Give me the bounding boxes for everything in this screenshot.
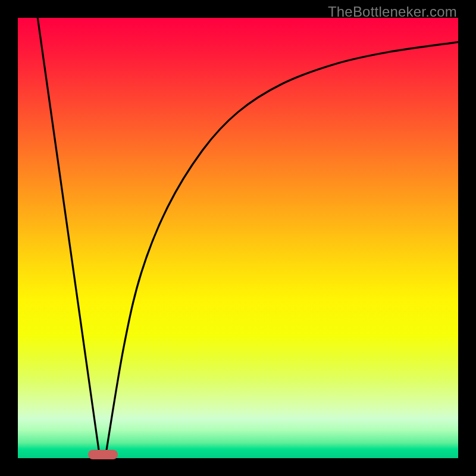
curve-path	[37, 18, 458, 454]
chart-svg	[18, 18, 458, 458]
chart-frame: TheBottleneker.com	[0, 0, 476, 476]
plot-area	[18, 18, 458, 458]
optimal-marker	[88, 450, 118, 459]
